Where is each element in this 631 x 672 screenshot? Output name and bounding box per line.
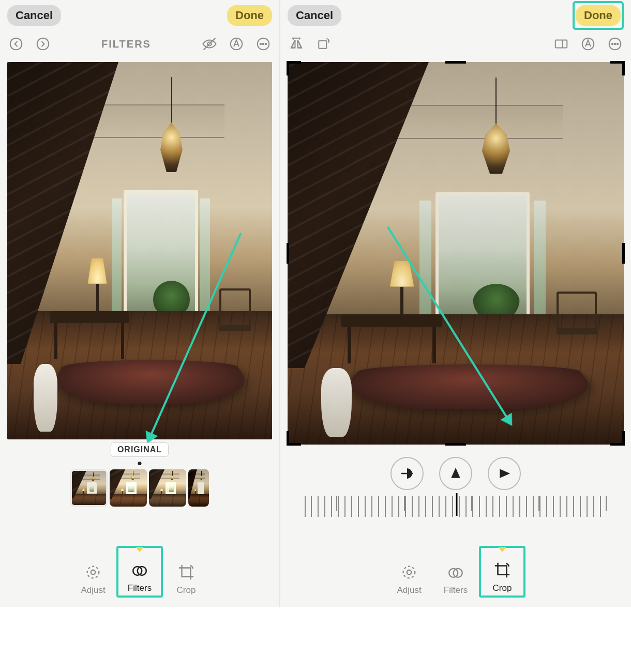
svg-point-0	[10, 38, 22, 50]
mode-tabbar: Adjust Filters Crop	[280, 546, 631, 598]
tab-filters-label: Filters	[444, 585, 468, 595]
crop-handle-bottom-right[interactable]	[609, 430, 625, 446]
done-button[interactable]: Done	[576, 5, 621, 26]
tab-crop-label: Crop	[177, 585, 196, 595]
top-bar: Cancel Done	[280, 0, 631, 31]
active-indicator-icon	[498, 547, 506, 552]
rotation-ruler[interactable]	[305, 496, 607, 517]
redo-icon[interactable]	[34, 35, 52, 53]
aspect-ratio-icon[interactable]	[552, 35, 570, 53]
svg-point-19	[614, 43, 616, 45]
active-indicator-icon	[136, 547, 144, 552]
filter-thumb-2[interactable]	[110, 469, 147, 507]
pager-dot	[138, 462, 142, 465]
tab-adjust[interactable]: Adjust	[386, 546, 432, 598]
crop-handle-top-left[interactable]	[287, 61, 302, 77]
done-highlight: Done	[573, 1, 624, 30]
straighten-button[interactable]	[390, 457, 424, 490]
markup-icon[interactable]	[228, 35, 245, 53]
crop-handle-top-right[interactable]	[609, 61, 625, 77]
svg-point-18	[612, 43, 613, 45]
filter-thumb-original[interactable]	[70, 469, 108, 507]
filter-thumb-4[interactable]	[188, 469, 209, 507]
top-bar: Cancel Done	[0, 0, 279, 31]
done-button[interactable]: Done	[227, 5, 272, 26]
svg-point-22	[407, 570, 412, 575]
svg-point-10	[91, 570, 96, 575]
svg-point-1	[37, 38, 49, 50]
photo-canvas[interactable]: ORIGINAL	[7, 62, 272, 439]
crop-adjust-buttons	[390, 457, 521, 490]
filter-thumb-3[interactable]	[149, 469, 186, 507]
filters-editor-panel: Cancel Done FILTERS ORIGINAL	[0, 0, 279, 607]
svg-rect-13	[319, 41, 326, 49]
markup-icon[interactable]	[579, 35, 597, 53]
horizontal-perspective-button[interactable]	[488, 457, 521, 490]
svg-point-9	[87, 567, 99, 578]
vertical-perspective-button[interactable]	[439, 457, 472, 490]
filter-thumbnails	[70, 469, 209, 508]
crop-handle-top[interactable]	[445, 61, 466, 64]
tab-adjust-label: Adjust	[81, 585, 105, 595]
secondary-toolbar	[280, 31, 631, 57]
svg-point-7	[263, 43, 264, 45]
svg-point-21	[403, 567, 415, 578]
svg-rect-14	[555, 40, 567, 48]
svg-point-6	[260, 43, 262, 45]
tab-adjust-label: Adjust	[397, 585, 421, 595]
svg-point-20	[617, 43, 619, 45]
crop-handle-right[interactable]	[622, 243, 625, 264]
crop-handle-bottom-left[interactable]	[287, 430, 302, 446]
mode-title: FILTERS	[61, 38, 191, 50]
flip-horizontal-icon[interactable]	[288, 35, 305, 53]
mode-tabbar: Adjust Filters Crop	[0, 546, 279, 598]
rotate-icon[interactable]	[314, 35, 332, 53]
tab-crop[interactable]: Crop	[163, 546, 209, 598]
secondary-toolbar: FILTERS	[0, 31, 279, 57]
cancel-button[interactable]: Cancel	[7, 5, 61, 26]
tab-crop[interactable]: Crop	[479, 546, 525, 598]
svg-point-8	[265, 43, 267, 45]
crop-handle-bottom[interactable]	[445, 442, 466, 446]
undo-icon[interactable]	[7, 35, 25, 53]
tab-adjust[interactable]: Adjust	[70, 546, 116, 598]
current-filter-label: ORIGINAL	[111, 442, 169, 457]
tab-filters-label: Filters	[128, 583, 152, 593]
crop-handle-left[interactable]	[287, 243, 290, 264]
tab-crop-label: Crop	[493, 583, 512, 593]
tab-filters[interactable]: Filters	[116, 546, 163, 598]
crop-editor-panel: Cancel Done	[279, 0, 631, 607]
more-icon[interactable]	[254, 35, 272, 53]
crop-canvas[interactable]	[288, 62, 624, 445]
tab-filters[interactable]: Filters	[432, 546, 479, 598]
photo-preview	[288, 62, 624, 445]
cancel-button[interactable]: Cancel	[288, 5, 341, 26]
visibility-off-icon[interactable]	[201, 35, 218, 53]
more-icon[interactable]	[606, 35, 624, 53]
